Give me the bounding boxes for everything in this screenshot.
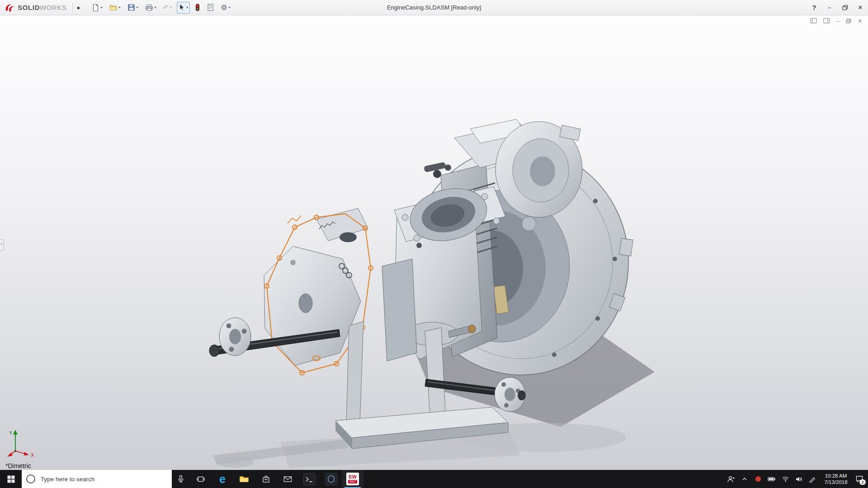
dropdown-caret-icon: ▾ [186, 6, 188, 9]
mail-button[interactable] [277, 470, 298, 488]
task-view-icon [197, 476, 205, 483]
file-properties-icon [207, 4, 214, 11]
select-cursor-icon [179, 4, 185, 11]
dropdown-caret-icon: ▾ [101, 6, 103, 9]
open-folder-icon [109, 4, 118, 11]
microphone-button[interactable] [172, 470, 190, 488]
network-button[interactable] [778, 470, 792, 488]
show-hidden-icons-button[interactable] [738, 470, 751, 488]
system-tray: 10:28 AM 7/13/2018 2 [724, 470, 868, 488]
edrawings-app-button[interactable] [320, 470, 342, 488]
menu-flyout-button[interactable]: ▶ [75, 2, 84, 13]
terminal-app-icon [303, 473, 316, 485]
start-button[interactable] [0, 470, 22, 488]
taskbar-search-box[interactable] [22, 470, 172, 488]
close-button[interactable]: ✕ [853, 0, 868, 15]
brand-text-works: WORKS [40, 4, 67, 11]
chevron-up-icon [741, 476, 748, 482]
solidworks-tray-button[interactable] [751, 470, 765, 488]
dropdown-caret-icon: ▾ [119, 6, 121, 9]
windows-taskbar: e [0, 470, 868, 488]
rebuild-button[interactable] [193, 2, 202, 14]
file-explorer-icon [239, 475, 249, 483]
task-view-button[interactable] [190, 470, 212, 488]
brand-text: SOLIDWORKS [18, 4, 67, 12]
new-document-icon [92, 4, 99, 12]
save-floppy-icon [127, 4, 135, 11]
window-title: EngineCasing.SLDASM [Read-only] [387, 0, 481, 15]
undo-icon: ↶ [163, 4, 169, 11]
window-controls: ? – ✕ [807, 0, 868, 15]
titlebar: SOLIDWORKS ▶ ▾ ▾ [0, 0, 868, 15]
document-minimize-button[interactable]: – [836, 17, 840, 24]
display-pane-icon [823, 18, 830, 23]
terminal-app-button[interactable] [298, 470, 320, 488]
help-button[interactable]: ? [807, 0, 822, 15]
battery-icon [768, 476, 776, 482]
dropdown-caret-icon: ▾ [137, 6, 138, 9]
document-restore-icon [846, 19, 851, 23]
volume-button[interactable] [792, 470, 806, 488]
notification-badge: 2 [859, 479, 866, 485]
people-icon [727, 475, 735, 483]
store-button[interactable] [255, 470, 277, 488]
clock-time: 10:28 AM [819, 473, 853, 479]
solidworks-app-label: SW [349, 474, 357, 479]
mail-icon [283, 476, 292, 483]
battery-button[interactable] [765, 470, 778, 488]
new-document-button[interactable]: ▾ [90, 2, 104, 14]
file-properties-button[interactable] [205, 2, 216, 14]
view-orientation-label: *Dimetric [5, 462, 31, 469]
edge-icon: e [219, 474, 226, 485]
options-button[interactable]: ⚙ ▾ [219, 2, 232, 14]
restore-icon [842, 5, 848, 10]
panel-splitter-handle[interactable] [0, 239, 4, 251]
solidworks-logo: SOLIDWORKS [0, 0, 71, 15]
select-tool-button[interactable]: ▾ [177, 2, 190, 14]
undo-button[interactable]: ↶ ▾ [161, 2, 174, 14]
wifi-icon [782, 476, 789, 482]
dropdown-caret-icon: ▾ [229, 6, 231, 9]
solidworks-logo-mark [5, 3, 15, 13]
solidworks-window: SOLIDWORKS ▶ ▾ ▾ [0, 0, 868, 488]
display-pane-button[interactable] [823, 17, 830, 24]
open-button[interactable]: ▾ [108, 2, 123, 14]
solidworks-tray-icon [755, 476, 761, 482]
print-button[interactable]: ▾ [143, 2, 158, 14]
pen-button[interactable] [806, 470, 819, 488]
action-center-button[interactable]: 2 [853, 470, 866, 488]
engine-casing-model[interactable] [0, 15, 868, 470]
brand-text-solid: SOLID [18, 4, 40, 11]
feature-manager-pane-button[interactable] [810, 17, 817, 24]
solidworks-app-button[interactable]: SW 2017 [342, 470, 363, 488]
cortana-icon [26, 474, 35, 483]
file-explorer-button[interactable] [233, 470, 255, 488]
store-bag-icon [262, 475, 270, 483]
dropdown-caret-icon: ▾ [170, 6, 172, 9]
triad-x-label: X [31, 452, 34, 458]
edrawings-app-icon [325, 473, 337, 485]
taskbar-clock[interactable]: 10:28 AM 7/13/2018 [819, 473, 853, 485]
search-input[interactable] [40, 475, 167, 483]
speaker-icon [795, 476, 803, 483]
support-column[interactable] [382, 259, 417, 361]
rebuild-stoplight-icon [195, 4, 200, 11]
edge-browser-button[interactable]: e [212, 470, 233, 488]
titlebar-separator [72, 3, 73, 13]
save-button[interactable]: ▾ [126, 2, 140, 14]
microphone-icon [177, 475, 185, 483]
solidworks-app-icon: SW 2017 [346, 473, 359, 485]
gear-icon: ⚙ [221, 4, 227, 11]
document-close-button[interactable]: ✕ [858, 17, 863, 24]
minimize-button[interactable]: – [822, 0, 837, 15]
dropdown-caret-icon: ▾ [155, 6, 156, 9]
clock-date: 7/13/2018 [819, 479, 853, 485]
triad-y-label: Y [9, 430, 13, 436]
restore-button[interactable] [837, 0, 853, 15]
reference-triad: Y X [7, 428, 40, 458]
graphics-area[interactable]: – ✕ [0, 15, 868, 470]
quick-access-toolbar: ▾ ▾ ▾ [90, 2, 232, 14]
people-button[interactable] [724, 470, 738, 488]
pen-icon [809, 475, 816, 483]
document-restore-button[interactable] [846, 17, 851, 24]
